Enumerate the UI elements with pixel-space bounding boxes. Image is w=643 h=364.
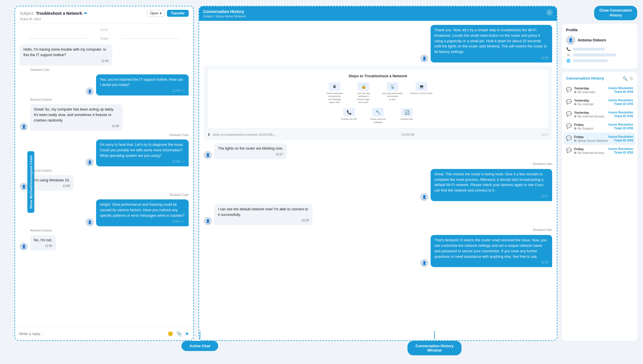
search-icon[interactable]: 🔍 <box>622 76 627 81</box>
active-chat-label-button[interactable]: Active Chat <box>181 341 218 351</box>
step-icon: 🖥 <box>329 82 340 91</box>
subject-text: No Internet Access <box>578 151 604 155</box>
msg-time: 12:17 <box>434 194 548 198</box>
msg-text: Hello, I'm having some trouble with my c… <box>23 47 106 57</box>
history-subject: No Internet Access Ticket ID 4792 <box>574 115 633 118</box>
chat-icon: 💬 <box>566 99 572 104</box>
connector-left <box>200 331 200 340</box>
bubble-left: Great! So, my computer has been acting u… <box>30 104 123 131</box>
msg-row: That's fantastic! It seems the router re… <box>204 235 552 267</box>
refresh-icon[interactable]: ↻ <box>630 76 633 81</box>
bubble-left: I'm using Windows 10. 11:50 <box>30 175 74 191</box>
msg-text: Alright. Slow performance and freezing c… <box>100 203 185 218</box>
diagram-step: 📡 Use ping and tracertcommandsto test <box>381 82 404 104</box>
msg-row: 👤 Great! So, my computer has been acting… <box>20 104 189 131</box>
status-dot <box>574 115 576 117</box>
sender-name-antonia2: Antonia Osborn <box>30 169 189 172</box>
sender-name-deckard-ch: Deckard Cain <box>214 162 552 166</box>
subject-text: Setup Home Network <box>578 139 608 142</box>
conv-title: Conversation History <box>203 9 246 14</box>
msg-text: I'm sorry to hear that. Let's try to dia… <box>100 143 184 158</box>
history-item-4794[interactable]: 💬 Yesterday Issues Resolution No Interne… <box>566 84 633 96</box>
history-content: Friday Issues Resolution No Subject Tick… <box>574 123 633 130</box>
history-item-4792[interactable]: 💬 Yesterday Issues Resolution No Interne… <box>566 109 633 121</box>
bubble-right: Thank you. Now, let's try a simple step … <box>431 25 552 62</box>
msg-text: Great! So, my computer has been acting u… <box>34 107 114 122</box>
step-icon: 📡 <box>387 82 398 91</box>
attachment-card: Steps to Troubleshoot a Network 🖥 Check … <box>204 65 552 140</box>
msg-row: Great. This means the router is being re… <box>204 169 552 201</box>
msg-text: I can see the default network now! I'm a… <box>218 207 308 217</box>
sender-name-deckard-ch2: Deckard Cain <box>214 228 552 231</box>
history-subject: Setup Home Network Ticket ID 4784 <box>574 139 633 142</box>
status-dot <box>574 152 576 154</box>
conv-header-info: Conversation History Subject: Setup Home… <box>203 9 246 18</box>
profile-row: 👤 Antonia Osborn <box>566 36 633 45</box>
status-dot <box>574 127 576 130</box>
chat-icon: 💬 <box>566 148 572 153</box>
step-label: Perform a DNS check <box>410 92 432 95</box>
history-date: Yesterday <box>574 87 589 90</box>
day-divider-today: Today <box>20 37 189 40</box>
ticket-id: Ticket ID 4792 <box>614 115 633 118</box>
side-label[interactable]: Show MyChat/Unassigned Chats <box>27 151 34 213</box>
step-label: Check antivirus software <box>366 118 390 124</box>
chat-icon: 💬 <box>566 111 572 117</box>
avatar: 👤 <box>86 158 94 166</box>
timestamp-1407: 14:07 <box>20 28 189 32</box>
chat-icon: 💬 <box>566 135 572 141</box>
subject-value: Troubleshoot a Network <box>36 11 82 16</box>
status-dot <box>574 91 576 93</box>
history-item-4793[interactable]: 💬 Yesterday Issues Resolution No Interne… <box>566 96 633 109</box>
conv-history-label-button[interactable]: Conversation HistoryWindow <box>407 341 462 355</box>
msg-row: I'm sorry to hear that. Let's try to dia… <box>20 139 189 166</box>
history-subject: No Internet Ticket ID 4793 <box>574 102 633 106</box>
history-item-4784[interactable]: 💬 Friday Issues Resolution Setup Home Ne… <box>564 133 635 145</box>
msg-row: 👤 I can see the default network now! I'm… <box>204 204 552 225</box>
msg-text: No, I'm not. <box>34 238 52 242</box>
connector-right <box>434 331 435 340</box>
website-bar <box>573 59 608 62</box>
conv-history-section: Conversation History 🔍 ↻ 💬 Yesterday Iss… <box>562 72 637 341</box>
conv-history-icons: 🔍 ↻ <box>622 76 633 81</box>
conv-history-label-group: Conversation HistoryWindow <box>407 331 462 355</box>
history-content: Yesterday Issues Resolution No Internet … <box>574 111 633 118</box>
transfer-button[interactable]: Transfer <box>167 10 189 17</box>
subject-label-text: Subject: <box>20 11 34 16</box>
conv-close-button[interactable]: × <box>546 9 553 16</box>
bubble-right: Yes, you've reached the IT support hotli… <box>96 74 189 96</box>
history-content: Friday Issues Resolution Setup Home Netw… <box>574 135 633 142</box>
edit-icon[interactable]: ✏ <box>84 11 87 16</box>
bottom-labels: Active Chat Conversation HistoryWindow <box>0 331 643 355</box>
ticket-id: Ticket ID 4785 <box>614 127 633 130</box>
step-label: Contact the ISP <box>341 118 357 121</box>
bubble-right: Great. This means the router is being re… <box>431 169 552 201</box>
conv-subject: Subject: Setup Home Network <box>203 14 246 18</box>
diagram-step: 📞 Contact the ISP <box>337 108 361 124</box>
download-icon[interactable]: ⬇ <box>207 132 211 137</box>
history-date: Yesterday <box>574 111 589 114</box>
attachment-preview: Steps to Troubleshoot a Network 🖥 Check … <box>207 69 549 129</box>
attachment-time: 12:17 <box>541 133 549 136</box>
close-conversation-history-button[interactable]: Close ConversationHistory <box>594 6 637 20</box>
sender-name-antonia3: Antonia Osborn <box>30 229 189 232</box>
bubble-right: That's fantastic! It seems the router re… <box>431 235 552 267</box>
sender-name-deckard: Deckard Cain <box>30 133 189 137</box>
subject-text: No Internet Access <box>578 115 604 118</box>
phone-bar <box>573 48 605 51</box>
msg-row: Yes, you've reached the IT support hotli… <box>20 74 189 96</box>
msg-time: 12:18 <box>434 260 548 264</box>
chat-header-actions: Open ▾ Transfer <box>147 10 189 17</box>
history-item-4785[interactable]: 💬 Friday Issues Resolution No Subject Ti… <box>566 121 633 133</box>
diagram-step: 🔄 Restart later <box>395 108 418 124</box>
ticket-id: Ticket ID 4784 <box>614 139 633 142</box>
msg-time: 11:49 <box>34 124 119 128</box>
step-label: Use securitysettings tosecure loginand m… <box>357 92 370 104</box>
email-icon: ✉ <box>566 53 571 57</box>
avatar: 👤 <box>86 218 94 226</box>
history-type: Issues Resolution <box>608 111 633 114</box>
history-item-4783[interactable]: 💬 Friday Issues Resolution No Internet A… <box>566 145 633 157</box>
open-button[interactable]: Open ▾ <box>147 10 164 17</box>
msg-text: Thank you. Now, let's try a simple step … <box>434 28 547 54</box>
step-label: Use ping and tracertcommandsto test <box>382 92 403 101</box>
